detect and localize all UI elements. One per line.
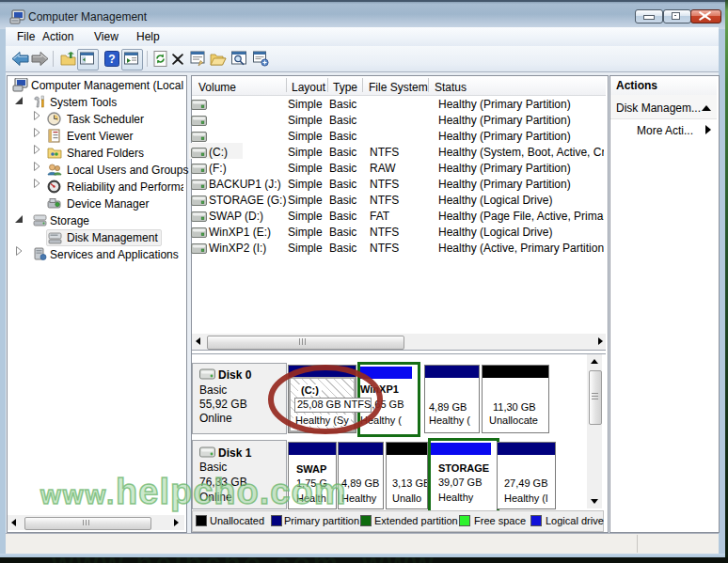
svg-text:?: ? — [108, 53, 115, 66]
